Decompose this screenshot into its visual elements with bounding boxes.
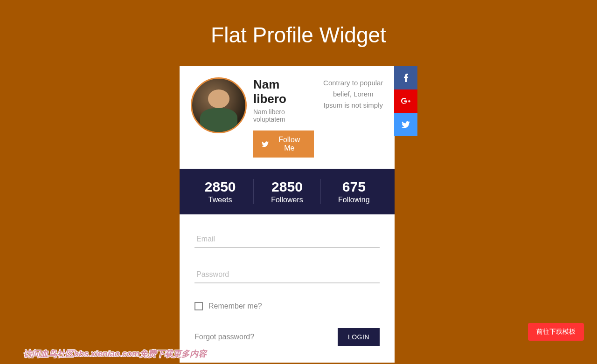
profile-name: Nam libero [253, 77, 314, 106]
remember-label: Remember me? [208, 302, 262, 310]
login-form: Remember me? Forgot password? LOGIN [180, 214, 395, 363]
facebook-icon [404, 74, 408, 82]
google-plus-link[interactable] [394, 89, 417, 113]
profile-info: Nam libero Nam libero voluptatem Follow … [253, 77, 314, 158]
google-plus-icon [401, 98, 410, 104]
page-title: Flat Profile Widget [0, 0, 597, 66]
remember-row: Remember me? [194, 302, 380, 310]
stat-following-count: 675 [321, 179, 387, 195]
stat-tweets-label: Tweets [187, 196, 253, 204]
twitter-link[interactable] [394, 113, 417, 136]
stats-bar: 2850 Tweets 2850 Followers 675 Following [180, 169, 395, 214]
twitter-icon [402, 121, 410, 128]
twitter-icon [262, 141, 269, 147]
avatar [191, 77, 247, 133]
stat-following: 675 Following [321, 179, 387, 204]
social-bar [394, 66, 417, 136]
profile-widget: Nam libero Nam libero voluptatem Follow … [180, 66, 417, 363]
watermark: 访问血鸟社区bbs.xieniao.com免费下载更多内容 [23, 348, 207, 359]
stat-following-label: Following [321, 196, 387, 204]
forgot-password-link[interactable]: Forgot password? [194, 333, 254, 341]
remember-checkbox[interactable] [194, 302, 203, 310]
follow-button[interactable]: Follow Me [253, 130, 314, 158]
form-bottom-row: Forgot password? LOGIN [194, 328, 380, 346]
facebook-link[interactable] [394, 66, 417, 89]
email-field[interactable] [194, 231, 380, 248]
profile-description: Contrary to popular belief, Lorem Ipsum … [320, 77, 384, 158]
stat-tweets: 2850 Tweets [187, 179, 253, 204]
profile-tagline: Nam libero voluptatem [253, 108, 314, 123]
profile-card: Nam libero Nam libero voluptatem Follow … [180, 66, 395, 363]
stat-followers-label: Followers [254, 196, 320, 204]
stat-followers-count: 2850 [254, 179, 320, 195]
download-template-button[interactable]: 前往下载模板 [528, 323, 584, 341]
follow-button-label: Follow Me [273, 136, 305, 152]
stat-followers: 2850 Followers [253, 179, 320, 204]
profile-header: Nam libero Nam libero voluptatem Follow … [180, 66, 395, 169]
login-button[interactable]: LOGIN [338, 328, 380, 346]
password-field[interactable] [194, 267, 380, 283]
stat-tweets-count: 2850 [187, 179, 253, 195]
